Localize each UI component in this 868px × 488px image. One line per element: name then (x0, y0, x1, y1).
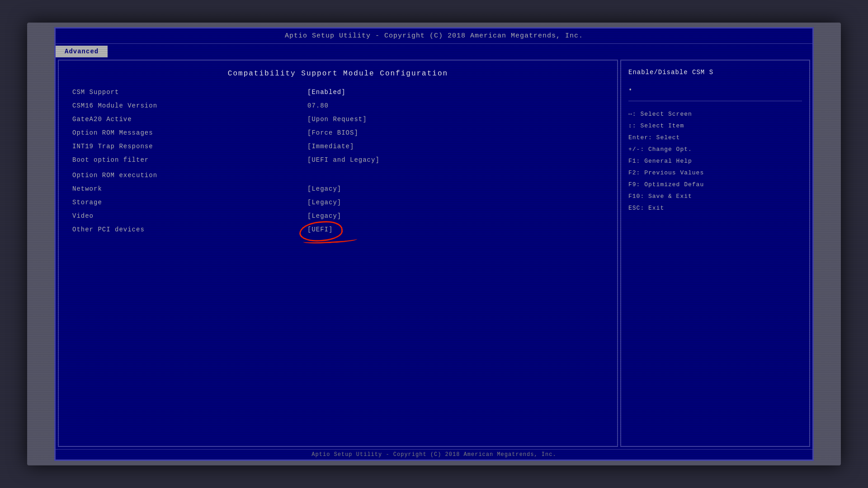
csm-support-label: CSM Support (72, 89, 307, 96)
boot-filter-row: Boot option filter [UEFI and Legacy] (72, 156, 604, 164)
option-rom-header: Option ROM execution (72, 172, 604, 179)
sidebar-description: Enable/Disable CSM S (628, 68, 802, 77)
title-bar: Aptio Setup Utility - Copyright (C) 2018… (56, 28, 812, 44)
bottom-bar-text: Aptio Setup Utility - Copyright (C) 2018… (311, 451, 556, 458)
bottom-bar: Aptio Setup Utility - Copyright (C) 2018… (56, 449, 812, 460)
key-help: ↔: Select Screen ↕: Select Item Enter: S… (628, 108, 802, 214)
sidebar-panel: Enable/Disable CSM S • ↔: Select Screen … (620, 60, 810, 447)
key-esc-exit: ESC: Exit (628, 202, 802, 214)
csm16-version-row: CSM16 Module Version 07.80 (72, 102, 604, 109)
storage-value[interactable]: [Legacy] (307, 199, 341, 206)
gatea20-label: GateA20 Active (72, 116, 307, 123)
network-row: Network [Legacy] (72, 185, 604, 192)
monitor-frame: Aptio Setup Utility - Copyright (C) 2018… (27, 23, 841, 465)
tab-bar: Advanced (56, 44, 812, 57)
csm16-version-value: 07.80 (307, 102, 329, 109)
option-rom-messages-label: Option ROM Messages (72, 129, 307, 136)
option-rom-messages-row: Option ROM Messages [Force BIOS] (72, 129, 604, 136)
video-row: Video [Legacy] (72, 212, 604, 220)
key-enter-select: Enter: Select (628, 132, 802, 144)
csm16-version-label: CSM16 Module Version (72, 102, 307, 109)
other-pci-label: Other PCI devices (72, 226, 307, 233)
main-area: Compatibility Support Module Configurati… (56, 57, 812, 449)
key-general-help: F1: General Help (628, 155, 802, 167)
key-change-opt: +/-: Change Opt. (628, 144, 802, 155)
option-rom-messages-value[interactable]: [Force BIOS] (307, 129, 359, 136)
other-pci-value[interactable]: [UEFI] (307, 226, 333, 233)
gatea20-value[interactable]: [Upon Request] (307, 116, 367, 123)
tab-advanced[interactable]: Advanced (56, 46, 108, 57)
bios-screen: Aptio Setup Utility - Copyright (C) 2018… (54, 27, 814, 461)
section-title: Compatibility Support Module Configurati… (72, 70, 604, 78)
sidebar-divider (628, 101, 802, 101)
int19-label: INT19 Trap Response (72, 143, 307, 150)
gatea20-row: GateA20 Active [Upon Request] (72, 116, 604, 123)
title-text: Aptio Setup Utility - Copyright (C) 2018… (285, 32, 583, 40)
video-label: Video (72, 212, 307, 220)
sidebar-dot: • (628, 86, 802, 94)
csm-support-row: CSM Support [Enabled] (72, 89, 604, 96)
int19-value[interactable]: [Immediate] (307, 143, 354, 150)
boot-filter-label: Boot option filter (72, 156, 307, 164)
outer-background: Aptio Setup Utility - Copyright (C) 2018… (0, 0, 868, 488)
key-previous-values: F2: Previous Values (628, 167, 802, 179)
csm-support-value[interactable]: [Enabled] (307, 89, 346, 96)
network-label: Network (72, 185, 307, 192)
video-value[interactable]: [Legacy] (307, 212, 341, 220)
key-select-screen: ↔: Select Screen (628, 108, 802, 120)
key-select-item: ↕: Select Item (628, 120, 802, 132)
other-pci-row: Other PCI devices [UEFI] (72, 226, 604, 233)
network-value[interactable]: [Legacy] (307, 185, 341, 192)
content-panel: Compatibility Support Module Configurati… (58, 60, 618, 447)
boot-filter-value[interactable]: [UEFI and Legacy] (307, 156, 380, 164)
key-save-exit: F10: Save & Exit (628, 191, 802, 202)
storage-row: Storage [Legacy] (72, 199, 604, 206)
storage-label: Storage (72, 199, 307, 206)
uefi-underline-decoration (303, 236, 357, 244)
int19-row: INT19 Trap Response [Immediate] (72, 143, 604, 150)
key-optimized-default: F9: Optimized Defau (628, 179, 802, 191)
